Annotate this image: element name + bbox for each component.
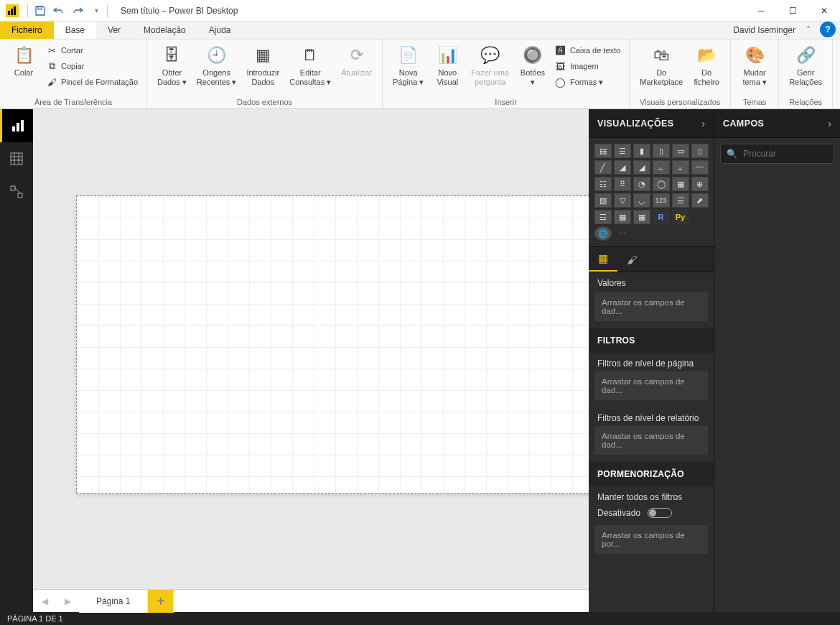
- report-view-button[interactable]: [0, 109, 33, 142]
- new-visual-button[interactable]: 📊 Novo Visual: [429, 42, 465, 88]
- paste-button[interactable]: 📋 Colar: [6, 42, 42, 79]
- data-view-button[interactable]: [0, 142, 33, 175]
- undo-icon[interactable]: [52, 4, 65, 17]
- get-data-button[interactable]: 🗄 Obter Dados ▾: [153, 42, 191, 88]
- table-visual-icon[interactable]: ▦: [614, 210, 631, 224]
- drillthrough-well[interactable]: Arrastar os campos de por...: [594, 525, 708, 554]
- shapes-button[interactable]: ◯ Formas ▾: [552, 74, 623, 90]
- arcgis-icon[interactable]: 🌐: [594, 226, 612, 241]
- view-rail: [0, 109, 33, 612]
- user-label[interactable]: David Iseminger: [727, 22, 801, 39]
- drillthrough-header: PORMENORIZAÇÃO: [589, 462, 714, 486]
- text-box-button[interactable]: 🅰 Caixa de texto: [552, 42, 623, 58]
- scatter-icon[interactable]: ⠿: [614, 177, 631, 191]
- copy-button[interactable]: ⧉ Copiar: [43, 58, 141, 74]
- add-page-button[interactable]: +: [148, 590, 174, 613]
- menu-view[interactable]: Ver: [96, 22, 132, 39]
- edit-queries-button[interactable]: 🗒 Editar Consultas ▾: [285, 42, 335, 88]
- titlebar: ▾ Sem título – Power BI Desktop ─ ☐ ✕: [0, 0, 840, 22]
- area-chart-icon[interactable]: ◢: [614, 160, 631, 175]
- combo-chart-2-icon[interactable]: ⫠: [672, 160, 689, 175]
- page-next-button[interactable]: ▶: [56, 596, 79, 606]
- canvas-area[interactable]: [33, 109, 589, 589]
- redo-icon[interactable]: [71, 4, 84, 17]
- maximize-button[interactable]: ☐: [777, 0, 808, 22]
- recent-sources-button[interactable]: 🕘 Origens Recentes ▾: [192, 42, 241, 88]
- ribbon-collapse-icon[interactable]: ˄: [801, 22, 816, 39]
- ribbon-chart-icon[interactable]: 〰: [691, 160, 709, 175]
- report-filters-well[interactable]: Arrastar os campos de dad...: [594, 426, 708, 455]
- svg-rect-3: [38, 6, 42, 9]
- keep-all-filters-toggle[interactable]: [648, 508, 672, 518]
- slicer-icon[interactable]: ☲: [594, 210, 612, 224]
- marketplace-button[interactable]: 🛍 Do Marketplace: [635, 42, 687, 88]
- page-tab-1[interactable]: Página 1: [79, 590, 148, 613]
- menu-help[interactable]: Ajuda: [197, 22, 243, 39]
- fields-search-input[interactable]: [743, 149, 828, 159]
- switch-theme-button[interactable]: 🎨 Mudar tema ▾: [737, 42, 773, 88]
- fields-mode-tab[interactable]: ▦: [589, 247, 617, 272]
- waterfall-icon[interactable]: ☷: [594, 177, 612, 191]
- stacked-bar-icon[interactable]: ▤: [594, 144, 612, 158]
- ribbon-group-insert: 📄 Nova Página ▾ 📊 Novo Visual 💬 Fazer um…: [383, 40, 630, 108]
- clustered-bar-icon[interactable]: ☰: [614, 144, 631, 158]
- cut-button[interactable]: ✂ Cortar: [43, 42, 141, 58]
- bubble-icon: 💬: [479, 44, 502, 67]
- pie-icon[interactable]: ◔: [633, 177, 650, 191]
- refresh-button[interactable]: ⟳ Atualizar: [337, 42, 376, 79]
- clustered-column-icon[interactable]: ▯: [653, 144, 670, 158]
- store-icon: 🛍: [650, 44, 673, 67]
- page-filters-well[interactable]: Arrastar os campos de dad...: [594, 371, 708, 400]
- copy-icon: ⧉: [46, 60, 57, 72]
- visualizations-header[interactable]: VISUALIZAÇÕES ›: [589, 109, 714, 138]
- donut-icon[interactable]: ◯: [653, 177, 670, 191]
- menu-modeling[interactable]: Modelação: [132, 22, 197, 39]
- report-filters-label: Filtros de nível de relatório: [589, 407, 714, 426]
- values-label: Valores: [589, 272, 714, 292]
- fields-header[interactable]: CAMPOS ›: [714, 109, 840, 138]
- r-visual-icon[interactable]: R: [653, 210, 670, 224]
- 100pct-column-icon[interactable]: ▯: [691, 144, 709, 158]
- combo-chart-icon[interactable]: ⫠: [653, 160, 670, 175]
- funnel-icon[interactable]: ▽: [614, 193, 631, 208]
- menu-home[interactable]: Base: [54, 22, 96, 39]
- format-mode-tab[interactable]: 🖌: [617, 247, 646, 272]
- window-controls: ─ ☐ ✕: [745, 0, 840, 22]
- page-prev-button[interactable]: ◀: [33, 596, 56, 606]
- svg-rect-4: [12, 126, 15, 131]
- ribbon-group-external-data: 🗄 Obter Dados ▾ 🕘 Origens Recentes ▾ ▦ I…: [147, 40, 383, 108]
- card-icon[interactable]: 123: [653, 193, 670, 208]
- svg-rect-2: [14, 6, 16, 15]
- manage-relationships-button[interactable]: 🔗 Gerir Relações: [785, 42, 826, 88]
- python-visual-icon[interactable]: Py: [672, 210, 689, 224]
- enter-data-button[interactable]: ▦ Introduzir Dados: [242, 42, 284, 88]
- format-painter-button[interactable]: 🖌 Pincel de Formatação: [43, 74, 141, 90]
- fields-search[interactable]: 🔍: [720, 144, 834, 164]
- stacked-column-icon[interactable]: ▮: [633, 144, 650, 158]
- matrix-icon[interactable]: ▦: [633, 210, 650, 224]
- kpi-icon[interactable]: ⬈: [691, 193, 709, 208]
- treemap-icon[interactable]: ▦: [672, 177, 689, 191]
- report-page-canvas[interactable]: [76, 195, 589, 494]
- multi-row-card-icon[interactable]: ☰: [672, 193, 689, 208]
- line-chart-icon[interactable]: ╱: [594, 160, 612, 175]
- image-button[interactable]: 🖼 Imagem: [552, 58, 623, 74]
- help-icon[interactable]: ?: [820, 22, 836, 37]
- menu-file[interactable]: Ficheiro: [0, 22, 54, 39]
- buttons-button[interactable]: 🔘 Botões ▾: [515, 42, 551, 88]
- map-icon[interactable]: ⊕: [691, 177, 709, 191]
- model-view-button[interactable]: [0, 175, 33, 208]
- minimize-button[interactable]: ─: [745, 0, 777, 22]
- 100pct-bar-icon[interactable]: ▭: [672, 144, 689, 158]
- from-file-button[interactable]: 📂 Do ficheiro: [689, 42, 724, 88]
- save-icon[interactable]: [34, 4, 47, 17]
- more-visuals-icon[interactable]: ⋯: [614, 226, 631, 241]
- gauge-icon[interactable]: ◡: [633, 193, 650, 208]
- new-page-button[interactable]: 📄 Nova Página ▾: [388, 42, 428, 88]
- qat-dropdown-icon[interactable]: ▾: [90, 4, 103, 17]
- filled-map-icon[interactable]: ▨: [594, 193, 612, 208]
- stacked-area-icon[interactable]: ◢: [633, 160, 650, 175]
- close-button[interactable]: ✕: [808, 0, 840, 22]
- ask-question-button[interactable]: 💬 Fazer uma pergunta: [467, 42, 513, 88]
- values-well[interactable]: Arrastar os campos de dad...: [594, 292, 708, 321]
